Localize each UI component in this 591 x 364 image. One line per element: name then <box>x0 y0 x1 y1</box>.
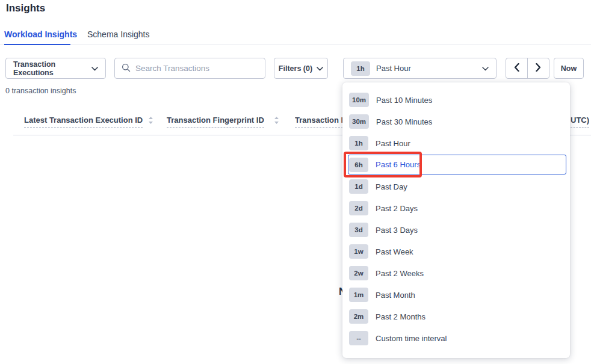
time-option-badge: 1w <box>349 244 368 259</box>
time-option-label: Past 2 Months <box>376 312 425 321</box>
time-option-past-2-days[interactable]: 2d Past 2 Days <box>342 197 570 219</box>
insights-count-label: 0 transaction insights <box>5 87 76 95</box>
time-range-badge: 1h <box>351 61 370 76</box>
active-tab-underline <box>4 44 70 45</box>
previous-time-range-button[interactable] <box>506 58 528 78</box>
chevron-right-icon <box>536 63 541 73</box>
time-option-label: Past 6 Hours <box>376 160 421 169</box>
search-transactions-box[interactable] <box>114 58 265 79</box>
time-range-dropdown-menu: 10m Past 10 Minutes 30m Past 30 Minutes … <box>342 82 570 358</box>
time-option-past-month[interactable]: 1m Past Month <box>342 284 570 306</box>
time-option-badge: 1h <box>349 136 368 150</box>
tabs-divider <box>0 45 591 45</box>
column-header-transaction-fingerprint-id[interactable]: Transaction Fingerprint ID <box>167 116 264 128</box>
time-option-label: Past 10 Minutes <box>376 96 432 105</box>
next-time-range-button[interactable] <box>528 58 549 78</box>
time-option-badge: 10m <box>349 93 369 107</box>
time-option-badge: 1d <box>349 179 368 194</box>
time-option-badge: 6h <box>349 158 368 172</box>
search-icon <box>122 63 131 74</box>
chevron-down-icon <box>91 64 98 73</box>
page-title: Insights <box>6 2 45 14</box>
column-header-time-utc[interactable]: UTC) <box>571 116 589 128</box>
time-option-label: Custom time interval <box>376 334 447 343</box>
time-option-badge: 2d <box>349 201 368 215</box>
chevron-down-icon <box>482 64 489 73</box>
column-header-latest-transaction-execution-id[interactable]: Latest Transaction Execution ID <box>24 116 143 128</box>
column-header-transaction-execution[interactable]: Transaction Ex <box>295 116 343 128</box>
time-option-label: Past Month <box>376 291 415 300</box>
time-option-label: Past 30 Minutes <box>376 117 432 126</box>
time-option-badge: 3d <box>349 223 368 237</box>
search-transactions-input[interactable] <box>135 64 258 73</box>
tab-schema-insights[interactable]: Schema Insights <box>87 29 150 39</box>
time-option-past-3-days[interactable]: 3d Past 3 Days <box>342 219 570 241</box>
time-option-label: Past Hour <box>376 139 410 148</box>
sort-icon[interactable] <box>274 116 279 127</box>
time-option-label: Past Day <box>376 182 407 191</box>
time-option-past-day[interactable]: 1d Past Day <box>342 176 570 197</box>
time-option-custom-time-interval[interactable]: -- Custom time interval <box>342 327 570 349</box>
time-option-badge: 2w <box>349 266 368 280</box>
transaction-type-select[interactable]: Transaction Executions <box>5 58 106 79</box>
time-option-past-week[interactable]: 1w Past Week <box>342 241 570 262</box>
tab-workload-insights[interactable]: Workload Insights <box>4 29 77 39</box>
time-option-label: Past 2 Weeks <box>376 269 424 278</box>
time-option-past-10-minutes[interactable]: 10m Past 10 Minutes <box>342 89 570 111</box>
chevron-left-icon <box>514 63 519 73</box>
time-option-label: Past 2 Days <box>376 204 418 213</box>
time-option-label: Past 3 Days <box>376 226 418 235</box>
time-option-past-2-months[interactable]: 2m Past 2 Months <box>342 306 570 327</box>
insights-page: Insights Workload Insights Schema Insigh… <box>0 0 591 364</box>
time-option-badge: 2m <box>349 309 368 324</box>
time-option-badge: -- <box>349 331 368 345</box>
time-range-select[interactable]: 1h Past Hour <box>343 58 497 79</box>
time-option-past-30-minutes[interactable]: 30m Past 30 Minutes <box>342 111 570 132</box>
chevron-down-icon <box>317 64 323 73</box>
sort-icon[interactable] <box>148 116 153 127</box>
time-range-label: Past Hour <box>376 64 411 73</box>
now-button[interactable]: Now <box>554 58 584 79</box>
filters-button[interactable]: Filters (0) <box>274 58 328 79</box>
time-option-badge: 1m <box>349 288 368 302</box>
time-range-pager <box>506 58 549 79</box>
time-option-label: Past Week <box>376 247 413 256</box>
time-option-past-6-hours[interactable]: 6h Past 6 Hours <box>348 155 566 174</box>
time-option-past-2-weeks[interactable]: 2w Past 2 Weeks <box>342 262 570 284</box>
time-option-badge: 30m <box>349 114 369 129</box>
transaction-type-select-label: Transaction Executions <box>13 60 91 77</box>
time-option-past-hour[interactable]: 1h Past Hour <box>342 132 570 154</box>
filters-button-label: Filters (0) <box>279 64 312 73</box>
